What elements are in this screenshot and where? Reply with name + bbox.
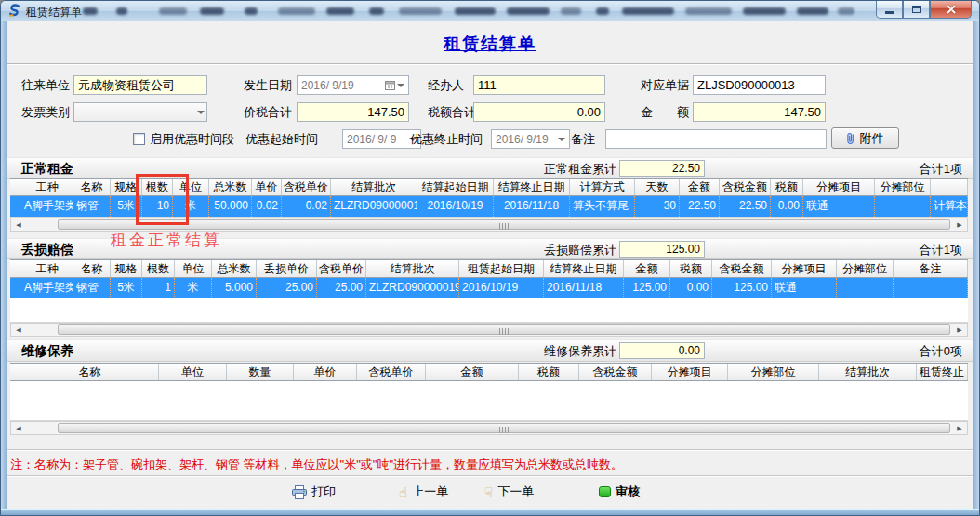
column-header[interactable]: 金额	[680, 179, 720, 196]
partner-input[interactable]: 元成物资租赁公司	[73, 75, 207, 95]
scroll-left-icon[interactable]: ◀	[11, 218, 26, 231]
amount-input[interactable]: 147.50	[693, 102, 826, 122]
invoice-type-select[interactable]	[73, 102, 207, 122]
cell: 0.02	[252, 196, 282, 217]
blurred-menu-item	[797, 7, 828, 15]
column-header[interactable]: 单价	[294, 364, 357, 381]
column-header[interactable]: 结算起始日期	[417, 179, 494, 196]
annotation-highlight-box	[136, 174, 189, 225]
date-value: 2016/ 9/19	[301, 79, 385, 92]
remark-input[interactable]	[605, 129, 827, 149]
scroll-right-icon[interactable]: ▶	[952, 324, 967, 336]
column-header[interactable]: 总米数	[212, 260, 257, 278]
column-header[interactable]: 工种	[21, 260, 73, 278]
column-header[interactable]: 名称	[73, 260, 111, 278]
rent-total-input: 22.50	[619, 160, 705, 177]
maximize-button[interactable]	[903, 1, 930, 19]
column-header[interactable]: 税额	[519, 364, 579, 381]
scroll-left-icon[interactable]: ◀	[11, 324, 26, 336]
scrollbar-grip-icon	[499, 223, 509, 230]
column-header[interactable]: 结算终止日期	[544, 260, 624, 278]
column-header[interactable]: 根数	[142, 260, 175, 278]
column-header[interactable]: 备注	[894, 260, 968, 278]
doc-input[interactable]: ZLJSD090000013	[693, 75, 826, 95]
column-header[interactable]: 含税金额	[720, 179, 771, 196]
scrollbar-thumb[interactable]	[58, 324, 950, 335]
minimize-button[interactable]	[876, 1, 903, 19]
column-header[interactable]: 名称	[73, 179, 111, 196]
date-picker[interactable]: 2016/ 9/19	[297, 75, 409, 95]
column-header[interactable]: 名称	[21, 364, 159, 381]
maximize-icon	[912, 6, 921, 13]
cell: 2016/11/18	[544, 278, 624, 298]
scrollbar-thumb[interactable]	[58, 219, 950, 230]
discount-checkbox[interactable]	[133, 133, 145, 145]
audit-button-label: 审核	[616, 483, 640, 500]
column-header[interactable]: 分摊部位	[837, 260, 894, 278]
column-header[interactable]	[931, 179, 968, 196]
column-header[interactable]: 单价	[252, 179, 282, 196]
scroll-right-icon[interactable]: ▶	[952, 218, 967, 231]
previous-doc-button[interactable]: ☝ 上一单	[399, 483, 448, 500]
discount-end-picker[interactable]: 2016/ 9/19	[491, 129, 570, 149]
scroll-right-icon[interactable]: ▶	[952, 422, 967, 434]
cell: 30	[635, 196, 680, 217]
blurred-menu-item	[455, 7, 496, 15]
scrollbar-track[interactable]	[26, 422, 952, 434]
column-header[interactable]: 分摊部位	[728, 364, 819, 381]
column-header[interactable]: 税额	[670, 260, 712, 278]
loss-total-input: 125.00	[619, 241, 705, 258]
column-header[interactable]: 含税金额	[712, 260, 772, 278]
column-header[interactable]: 分摊项目	[772, 260, 837, 278]
column-header[interactable]: 计算方式	[570, 179, 635, 196]
tax-total-input[interactable]: 0.00	[473, 102, 605, 122]
column-header[interactable]: 数量	[227, 364, 294, 381]
column-header[interactable]: 结算终止日期	[494, 179, 570, 196]
note-text: 注：名称为：架子管、碗扣架、架杆、钢管 等材料，单位应以"米"或"吨"进行计量，…	[7, 449, 973, 475]
column-header[interactable]: 金额	[426, 364, 519, 381]
column-header[interactable]: 规格	[111, 260, 142, 278]
column-header[interactable]: 分摊项目	[652, 364, 728, 381]
section-count: 合计1项	[920, 240, 962, 259]
cell: 5.000	[212, 278, 257, 298]
app-logo-icon	[7, 4, 21, 18]
close-button[interactable]	[930, 1, 972, 19]
column-header[interactable]: 金额	[624, 260, 670, 278]
print-button[interactable]: 打印	[292, 483, 336, 500]
operator-input[interactable]: 111	[473, 75, 605, 95]
column-header[interactable]: 含税金额	[579, 364, 652, 381]
column-header[interactable]: 分摊部位	[875, 179, 931, 196]
column-header[interactable]: 工种	[21, 179, 73, 196]
column-header[interactable]: 天数	[635, 179, 680, 196]
next-doc-button[interactable]: ☟ 下一单	[484, 483, 534, 500]
cell: 1	[142, 278, 175, 298]
column-header[interactable]: 结算批次	[331, 179, 417, 196]
column-header[interactable]: 税额	[771, 179, 803, 196]
column-header[interactable]: 租赁起始日期	[459, 260, 544, 278]
chevron-down-icon[interactable]	[558, 138, 565, 141]
scroll-left-icon[interactable]: ◀	[11, 422, 26, 434]
cell: 米	[175, 278, 212, 298]
column-header[interactable]: 总米数	[209, 179, 252, 196]
loss-grid-hscrollbar[interactable]: ◀ ▶	[10, 323, 968, 337]
column-header[interactable]: 含税单价	[357, 364, 426, 381]
column-header[interactable]: 含税单价	[282, 179, 331, 196]
table-row[interactable]: A脚手架类钢管5米1米5.00025.0025.00ZLZRD090000019…	[10, 278, 968, 298]
column-header[interactable]: 单位	[175, 260, 212, 278]
chevron-down-icon[interactable]	[397, 84, 404, 87]
cell: ZLZRD090000019	[331, 196, 417, 217]
column-header[interactable]: 含税单价	[317, 260, 366, 278]
column-header[interactable]: 分摊项目	[803, 179, 875, 196]
total-incl-tax-input[interactable]: 147.50	[297, 102, 409, 122]
scrollbar-track[interactable]	[26, 324, 952, 336]
column-header[interactable]: 丢损单价	[257, 260, 317, 278]
audit-button[interactable]: 审核	[599, 483, 640, 500]
scrollbar-thumb[interactable]	[58, 423, 950, 433]
column-header[interactable]: 单位	[159, 364, 227, 381]
column-header[interactable]: 结算批次	[819, 364, 917, 381]
column-header[interactable]: 租赁终止	[917, 364, 968, 381]
maintenance-grid-hscrollbar[interactable]: ◀ ▶	[10, 421, 968, 435]
column-header[interactable]: 结算批次	[366, 260, 459, 278]
chevron-down-icon[interactable]	[197, 111, 205, 114]
attachment-button[interactable]: 附件	[831, 127, 899, 149]
